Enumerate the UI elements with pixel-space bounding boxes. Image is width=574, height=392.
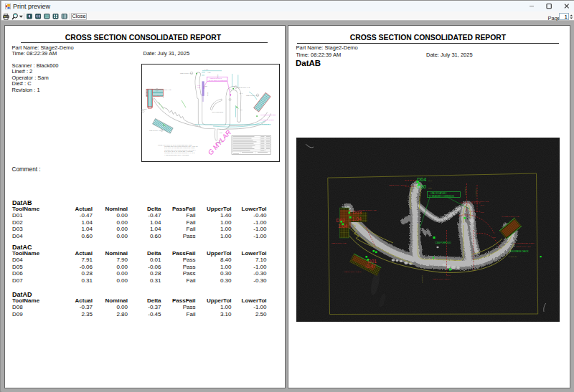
- svg-text:TO MEASURE C DIMENSION: TO MEASURE C DIMENSION: [429, 194, 454, 197]
- svg-text:MAX.: MAX.: [220, 128, 223, 130]
- svg-text:D03: D03: [353, 210, 362, 215]
- svg-text:1.04: 1.04: [352, 216, 362, 221]
- svg-text:DATUM 'B': DATUM 'B': [509, 255, 517, 257]
- svg-text:LINE OF DATUM C: LINE OF DATUM C: [210, 77, 222, 79]
- svg-text:(P) USE DATUM A & B: (P) USE DATUM A & B: [471, 200, 489, 202]
- svg-text:USE DATUM A & B: USE DATUM A & B: [331, 242, 347, 244]
- svg-text:USE DATUM A & B (P): USE DATUM A & B (P): [344, 270, 362, 272]
- svg-text:MAX.: MAX.: [428, 180, 433, 182]
- svg-text:MIN.: MIN.: [481, 211, 484, 214]
- svg-text:(P)PRECISION CHECK: (P)PRECISION CHECK: [260, 114, 276, 115]
- svg-text:(P) USE DATUM A & B: (P) USE DATUM A & B: [502, 215, 519, 217]
- svg-text:0.315: 0.315: [207, 92, 208, 96]
- svg-text:USE DATUM A & B: USE DATUM A & B: [149, 130, 162, 131]
- svg-text:4 REFERENCES ONLY UNLESS: 4 REFERENCES ONLY UNLESS: [164, 154, 189, 156]
- svg-text:TO MEASURE C DIMENSION: TO MEASURE C DIMENSION: [208, 80, 227, 81]
- svg-text:0.338: 0.338: [203, 85, 207, 87]
- svg-text:MAX.: MAX.: [240, 92, 243, 94]
- svg-text:MAX.: MAX.: [447, 274, 451, 276]
- svg-text:DATUM 'D': DATUM 'D': [464, 186, 466, 194]
- svg-text:MIN.: MIN.: [428, 186, 432, 188]
- svg-text:0.60: 0.60: [416, 183, 426, 188]
- svg-text:USE DATUM A & B: USE DATUM A & B: [237, 87, 250, 88]
- svg-text:USE DATUM A & B: USE DATUM A & B: [180, 72, 193, 74]
- svg-text:MIN.: MIN.: [240, 109, 243, 110]
- svg-text:MAX.: MAX.: [418, 177, 422, 179]
- svg-text:C346 PORFOLIO: C346 PORFOLIO: [212, 111, 223, 113]
- svg-text:DATUM 'B': DATUM 'B': [262, 123, 270, 125]
- svg-text:LINE OF DATUM C: LINE OF DATUM C: [430, 192, 447, 195]
- svg-text:USE DATUM A & B: USE DATUM A & B: [516, 245, 531, 247]
- svg-text:(THICKNESS CHECK: (THICKNESS CHECK: [509, 249, 529, 252]
- svg-text:DATUM 'D': DATUM 'D': [475, 187, 477, 196]
- svg-text:MAX.: MAX.: [481, 204, 485, 206]
- svg-text:DATUM: DATUM: [141, 108, 146, 110]
- svg-text:USE DATUM A & B (P): USE DATUM A & B (P): [389, 184, 406, 186]
- svg-text:USE DATUM A & B (P): USE DATUM A & B (P): [433, 277, 450, 279]
- svg-text:MIN.: MIN.: [492, 236, 496, 239]
- svg-text:USE DATUM A & B: USE DATUM A & B: [246, 95, 259, 96]
- svg-text:0.315: 0.315: [204, 69, 209, 70]
- svg-text:(THICKNESS CHECK: (THICKNESS CHECK: [259, 119, 274, 120]
- svg-text:C346 PORFOLIO: C346 PORFOLIO: [435, 241, 451, 244]
- svg-text:MAX(P)POSITION CHECK: MAX(P)POSITION CHECK: [514, 242, 535, 244]
- svg-text:DATUM 'B': DATUM 'B': [421, 274, 423, 282]
- svg-text:-0.47: -0.47: [365, 263, 377, 268]
- svg-text:MIN.: MIN.: [220, 132, 223, 133]
- svg-text:0.335: 0.335: [217, 74, 218, 78]
- svg-text:USE DATUM A & B: USE DATUM A & B: [159, 89, 171, 90]
